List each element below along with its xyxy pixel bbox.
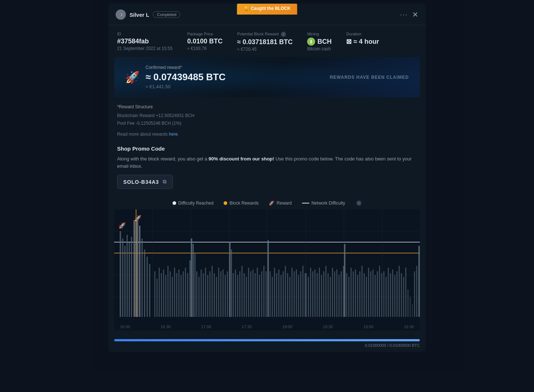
- svg-rect-113: [336, 269, 337, 317]
- read-more-link[interactable]: here: [169, 132, 178, 137]
- svg-rect-125: [361, 266, 363, 317]
- svg-rect-39: [178, 269, 179, 317]
- package-price-btc: 0.0100 BTC: [187, 38, 222, 45]
- promo-code: SOLO-B34A3: [123, 179, 159, 185]
- svg-rect-82: [270, 271, 271, 317]
- svg-rect-68: [239, 271, 240, 317]
- svg-rect-59: [220, 271, 221, 317]
- claimed-text: REWARDS HAVE BEEN CLAIMED: [330, 75, 409, 80]
- svg-rect-69: [241, 266, 243, 317]
- close-button[interactable]: ✕: [412, 10, 418, 19]
- package-price-label: Package Price: [187, 32, 222, 36]
- svg-rect-129: [370, 271, 371, 317]
- potential-reward-eur: ≈ €720.45: [237, 47, 293, 52]
- time-label-1900: 19:00: [363, 325, 374, 329]
- svg-rect-127: [366, 277, 367, 317]
- rocket-icon: 🚀: [125, 70, 140, 84]
- svg-rect-77: [259, 275, 260, 317]
- svg-rect-111: [332, 268, 333, 317]
- time-label-1930: 19:30: [404, 325, 414, 329]
- copy-icon[interactable]: ⧉: [163, 179, 167, 185]
- svg-rect-120: [351, 268, 352, 317]
- svg-rect-138: [390, 273, 391, 317]
- status-badge: Completed: [153, 11, 180, 18]
- chart-rocket-2: 🚀: [134, 215, 142, 222]
- svg-rect-32: [163, 269, 164, 317]
- svg-rect-30: [159, 268, 160, 317]
- id-label: ID: [117, 32, 173, 36]
- svg-rect-84: [274, 268, 275, 317]
- svg-rect-101: [310, 268, 311, 317]
- svg-rect-98: [305, 273, 306, 317]
- svg-rect-21: [134, 220, 135, 317]
- potential-reward-btc: ≈ 0.03718181 BTC: [237, 38, 293, 46]
- chart-container: 🚀 🚀 16:00 16:30 17:00 17:30 18:00 18:30 …: [114, 209, 420, 330]
- svg-rect-31: [161, 273, 162, 317]
- chart-info-icon[interactable]: i: [356, 201, 361, 206]
- time-label-1800: 18:00: [282, 325, 293, 329]
- progress-label: 0.01000000 / 0.01000000 BTC: [114, 343, 420, 348]
- block-rewards-indicator: [224, 201, 227, 205]
- svg-rect-93: [294, 271, 295, 317]
- svg-rect-141: [396, 271, 398, 317]
- svg-rect-96: [300, 271, 301, 317]
- svg-rect-19: [129, 242, 130, 317]
- svg-rect-86: [278, 269, 279, 317]
- bch-icon: ₿: [307, 38, 315, 46]
- username: Silver L: [129, 12, 149, 18]
- reward-banner: 🚀 Confirmed reward* ≈ 0.07439485 BTC ≈ €…: [114, 57, 420, 97]
- svg-rect-65: [233, 273, 234, 317]
- svg-rect-146: [407, 290, 409, 317]
- svg-rect-15: [120, 231, 121, 317]
- more-options-button[interactable]: ···: [400, 11, 408, 19]
- svg-rect-140: [394, 275, 395, 317]
- svg-rect-118: [346, 273, 347, 317]
- svg-rect-123: [357, 275, 358, 317]
- svg-rect-102: [312, 271, 313, 317]
- reward-structure: *Reward Structure Blockchain Reward +12.…: [108, 103, 426, 144]
- svg-rect-122: [355, 269, 356, 317]
- svg-rect-38: [176, 273, 177, 317]
- svg-rect-91: [289, 277, 290, 317]
- time-label-1730: 17:30: [242, 325, 252, 329]
- time-label-1600: 16:00: [120, 325, 130, 329]
- svg-rect-103: [314, 269, 316, 317]
- svg-rect-46: [193, 244, 194, 317]
- svg-rect-144: [403, 277, 404, 317]
- legend-network-difficulty-label: Network Difficulty: [312, 201, 345, 206]
- svg-rect-92: [291, 268, 293, 317]
- mining-coin: ₿ BCH: [307, 38, 332, 46]
- svg-rect-131: [375, 275, 376, 317]
- svg-rect-121: [353, 271, 354, 317]
- svg-rect-126: [364, 273, 365, 317]
- progress-bar-fill: [114, 339, 420, 341]
- tab-label: Caught the BLOCK: [251, 6, 291, 11]
- svg-rect-48: [196, 271, 197, 317]
- duration-section: Duration ⊠ ≈ 4 hour: [346, 32, 379, 52]
- svg-rect-58: [218, 268, 219, 317]
- svg-rect-85: [276, 273, 277, 317]
- legend-reward-label: Reward: [276, 201, 291, 206]
- potential-reward-section: Potential Block Reward i ≈ 0.03718181 BT…: [237, 32, 293, 52]
- modal-container: 🏆 Caught the BLOCK ☽ Silver L Completed …: [108, 4, 426, 352]
- svg-rect-57: [216, 277, 217, 317]
- info-icon[interactable]: i: [281, 32, 286, 37]
- svg-rect-90: [287, 273, 288, 317]
- svg-rect-108: [325, 266, 326, 317]
- svg-rect-61: [225, 275, 226, 317]
- time-axis: 16:00 16:30 17:00 17:30 18:00 18:30 19:0…: [114, 322, 420, 330]
- svg-rect-25: [144, 249, 145, 317]
- svg-rect-55: [212, 266, 213, 317]
- chart-legend: Difficulty Reached Block Rewards 🚀 Rewar…: [108, 196, 426, 209]
- time-label-1830: 18:30: [323, 325, 333, 329]
- legend-difficulty-reached-label: Difficulty Reached: [178, 201, 214, 206]
- chart-svg: 🚀 🚀: [114, 209, 420, 322]
- svg-rect-137: [388, 268, 389, 317]
- tab-icon: 🏆: [244, 6, 249, 11]
- svg-rect-45: [191, 238, 192, 317]
- svg-rect-0: [114, 209, 420, 322]
- svg-rect-28: [154, 271, 155, 317]
- svg-rect-75: [255, 273, 256, 317]
- svg-rect-105: [319, 268, 320, 317]
- header-actions: ··· ✕: [400, 10, 418, 19]
